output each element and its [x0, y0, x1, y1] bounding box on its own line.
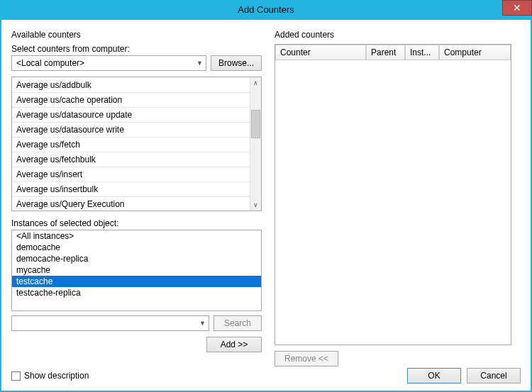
column-header-counter[interactable]: Counter: [275, 45, 366, 60]
added-counters-label: Added counters: [275, 30, 511, 40]
close-icon: ✕: [513, 2, 521, 13]
counter-item[interactable]: Average us/Query Execution: [12, 196, 250, 211]
select-computer-label: Select counters from computer:: [11, 44, 262, 54]
scrollbar-thumb[interactable]: [251, 110, 260, 138]
counter-item[interactable]: Average us/datasource write: [12, 122, 250, 137]
counter-item[interactable]: Average us/insert: [12, 167, 250, 181]
bottom-bar: Show description OK Cancel: [11, 368, 521, 383]
window-title: Add Counters: [238, 4, 294, 15]
instance-item[interactable]: <All instances>: [12, 230, 261, 242]
chevron-down-icon: ▼: [199, 320, 206, 327]
counters-list: Average us/addbulk Average us/cache oper…: [11, 77, 262, 211]
chevron-down-icon: ▼: [196, 60, 203, 67]
column-header-computer[interactable]: Computer: [439, 45, 511, 60]
show-description-label: Show description: [24, 371, 89, 381]
added-counters-table: Counter Parent Inst... Computer: [275, 44, 511, 345]
instance-item[interactable]: testcache-replica: [12, 287, 261, 298]
counter-item[interactable]: Average us/cache operation: [12, 92, 250, 107]
counter-item[interactable]: Average us/insertbulk: [12, 181, 250, 196]
instance-item[interactable]: democache-replica: [12, 253, 261, 264]
remove-button[interactable]: Remove <<: [275, 351, 338, 366]
computer-combo-value: <Local computer>: [16, 58, 84, 68]
counters-scrollbar[interactable]: ∧ ∨: [250, 77, 261, 211]
column-header-parent[interactable]: Parent: [366, 45, 405, 60]
available-counters-panel: Available counters Select counters from …: [11, 30, 262, 366]
browse-button[interactable]: Browse...: [211, 55, 262, 71]
counter-item[interactable]: Average us/addbulk: [12, 77, 250, 92]
instances-label: Instances of selected object:: [11, 218, 262, 228]
checkbox-icon: [11, 371, 21, 381]
ok-button[interactable]: OK: [407, 368, 461, 383]
show-description-checkbox[interactable]: Show description: [11, 371, 89, 381]
computer-combo[interactable]: <Local computer> ▼: [11, 55, 206, 71]
cancel-button[interactable]: Cancel: [467, 368, 521, 383]
counter-item[interactable]: Average us/fetchbulk: [12, 152, 250, 167]
added-counters-panel: Added counters Counter Parent Inst... Co…: [275, 30, 511, 366]
dialog-body: Available counters Select counters from …: [0, 20, 532, 392]
scroll-up-icon[interactable]: ∧: [253, 77, 258, 89]
counter-item[interactable]: Average us/datasource update: [12, 107, 250, 122]
close-button[interactable]: ✕: [502, 0, 532, 16]
add-button[interactable]: Add >>: [206, 337, 262, 352]
scrollbar-track[interactable]: [250, 89, 261, 199]
instance-search-combo[interactable]: ▼: [11, 315, 209, 331]
scroll-down-icon[interactable]: ∨: [253, 199, 258, 211]
counter-item[interactable]: Average us/fetch: [12, 137, 250, 152]
instance-item[interactable]: testcache: [12, 276, 261, 287]
column-header-inst[interactable]: Inst...: [405, 45, 439, 60]
title-bar: Add Counters ✕: [0, 0, 532, 20]
available-counters-label: Available counters: [11, 30, 262, 40]
instance-item[interactable]: mycache: [12, 264, 261, 276]
search-button[interactable]: Search: [214, 315, 262, 331]
table-header: Counter Parent Inst... Computer: [275, 45, 511, 60]
instances-list: <All instances> democache democache-repl…: [11, 230, 262, 311]
instance-item[interactable]: democache: [12, 242, 261, 253]
